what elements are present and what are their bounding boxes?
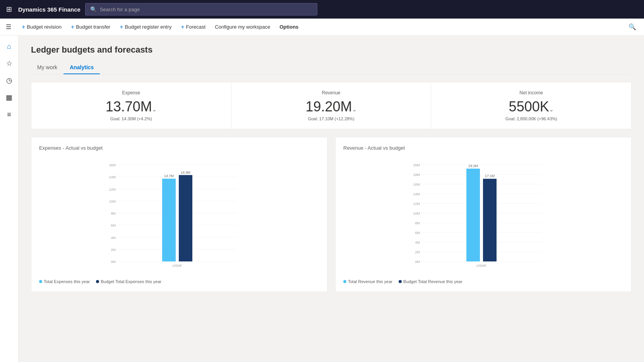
svg-rect-20 [179, 175, 192, 261]
nav-item-forecast[interactable]: +Forecast [176, 19, 210, 36]
nav-item-label: Forecast [186, 24, 206, 30]
tabs: My workAnalytics [31, 61, 632, 74]
tab-my-work[interactable]: My work [31, 61, 63, 74]
top-bar: ⊞ Dynamics 365 Finance 🔍 [0, 0, 644, 19]
kpi-row: Expense13.70M⌄Goal: 14.30M (+4.2%)Revenu… [31, 82, 632, 129]
sidebar-item-modules[interactable]: ≡ [2, 107, 17, 122]
svg-text:12M: 12M [413, 202, 420, 206]
plus-icon: + [71, 24, 74, 31]
svg-rect-45 [466, 169, 480, 261]
kpi-label: Expense [41, 90, 222, 96]
legend-dot [343, 280, 346, 283]
svg-text:4M: 4M [415, 241, 420, 244]
kpi-label: Revenue [241, 90, 422, 96]
chart-legend: Total Expenses this yearBudget Total Exp… [39, 279, 319, 284]
svg-text:16M: 16M [413, 183, 420, 186]
hamburger-icon: ☰ [6, 23, 11, 31]
legend-item: Total Expenses this year [39, 279, 90, 284]
svg-text:14.3M: 14.3M [181, 171, 190, 174]
sidebar-item-favorites[interactable]: ☆ [2, 56, 17, 71]
kpi-goal: Goal: 2,800.00K (+96.43%) [440, 116, 622, 121]
nav-item-label: Options [279, 24, 298, 30]
svg-text:20M: 20M [413, 163, 420, 167]
nav-item-label: Configure my workspace [215, 24, 270, 30]
chart-card-0: Expenses - Actual vs budget16M14M12M10M8… [31, 137, 327, 292]
svg-text:0M: 0M [111, 260, 116, 264]
svg-text:14M: 14M [109, 175, 116, 179]
kpi-card-2: Net income5500K⌄Goal: 2,800.00K (+96.43%… [431, 82, 631, 129]
svg-text:USMF: USMF [476, 264, 486, 268]
tab-analytics[interactable]: Analytics [63, 61, 100, 74]
plus-icon: + [22, 24, 25, 31]
svg-text:10M: 10M [413, 212, 420, 215]
nav-item-budget-register-entry[interactable]: +Budget register entry [115, 19, 176, 36]
sidebar-item-workspaces[interactable]: ▦ [2, 90, 17, 105]
global-search[interactable]: 🔍 [85, 3, 317, 15]
svg-text:16M: 16M [109, 163, 116, 167]
main-content: Ledger budgets and forecasts My workAnal… [19, 36, 644, 362]
nav-search-button[interactable]: 🔍 [624, 19, 641, 36]
kpi-card-0: Expense13.70M⌄Goal: 14.30M (+4.2%) [31, 82, 231, 129]
nav-item-budget-revision[interactable]: +Budget revision [17, 19, 66, 36]
waffle-menu[interactable]: ⊞ [5, 3, 14, 15]
sidebar-item-home[interactable]: ⌂ [2, 39, 17, 54]
sidebar-item-recent[interactable]: ◷ [2, 73, 17, 88]
svg-text:14M: 14M [413, 192, 420, 196]
legend-item: Total Revenue this year [343, 279, 392, 284]
nav-item-configure-my-workspace[interactable]: Configure my workspace [210, 19, 275, 36]
svg-text:2M: 2M [111, 248, 116, 252]
svg-text:17.1M: 17.1M [485, 174, 495, 178]
kpi-goal: Goal: 17.10M (+12.28%) [241, 116, 422, 121]
plus-icon: + [181, 24, 184, 31]
svg-text:18M: 18M [413, 173, 420, 177]
page-title: Ledger budgets and forecasts [31, 45, 632, 55]
secondary-nav: ☰ +Budget revision+Budget transfer+Budge… [0, 19, 644, 36]
svg-text:4M: 4M [111, 236, 116, 240]
search-icon: 🔍 [90, 6, 97, 12]
nav-item-label: Budget revision [27, 24, 62, 30]
legend-item: Budget Total Expenses this year [96, 279, 161, 284]
legend-label: Total Revenue this year [348, 279, 392, 284]
kpi-value: 13.70M⌄ [41, 99, 222, 115]
svg-text:10M: 10M [109, 200, 116, 203]
chart-title: Revenue - Actual vs budget [343, 145, 623, 151]
app-title: Dynamics 365 Finance [18, 6, 80, 13]
legend-label: Budget Total Expenses this year [101, 279, 161, 284]
kpi-goal: Goal: 14.30M (+4.2%) [41, 116, 222, 121]
kpi-value: 19.20M⌄ [241, 99, 422, 115]
chart-svg: 20M18M16M14M12M10M8M6M4M2M0M19.2M17.1MUS… [343, 157, 623, 273]
svg-text:2M: 2M [415, 250, 420, 254]
nav-item-options[interactable]: Options [275, 19, 303, 36]
svg-text:12M: 12M [109, 188, 116, 191]
main-layout: ⌂☆◷▦≡ Ledger budgets and forecasts My wo… [0, 36, 644, 362]
search-icon: 🔍 [629, 23, 636, 31]
nav-item-label: Budget transfer [76, 24, 110, 30]
chart-title: Expenses - Actual vs budget [39, 145, 319, 151]
legend-dot [39, 280, 42, 283]
plus-icon: + [120, 24, 123, 31]
charts-row: Expenses - Actual vs budget16M14M12M10M8… [31, 137, 632, 292]
chart-legend: Total Revenue this yearBudget Total Reve… [343, 279, 623, 284]
search-input[interactable] [100, 7, 312, 12]
legend-item: Budget Total Revenue this year [399, 279, 462, 284]
nav-item-label: Budget register entry [125, 24, 172, 30]
chart-card-1: Revenue - Actual vs budget20M18M16M14M12… [335, 137, 632, 292]
svg-text:0M: 0M [415, 260, 420, 264]
svg-text:13.7M: 13.7M [164, 174, 174, 178]
svg-rect-47 [483, 179, 497, 261]
svg-rect-18 [162, 179, 176, 261]
svg-text:8M: 8M [415, 221, 420, 225]
svg-text:6M: 6M [111, 224, 116, 227]
nav-hamburger[interactable]: ☰ [0, 19, 17, 36]
svg-text:6M: 6M [415, 231, 420, 235]
nav-item-budget-transfer[interactable]: +Budget transfer [66, 19, 115, 36]
legend-dot [399, 280, 402, 283]
kpi-card-1: Revenue19.20M⌄Goal: 17.10M (+12.28%) [231, 82, 432, 129]
kpi-value: 5500K⌄ [440, 99, 622, 115]
svg-text:USMF: USMF [172, 264, 182, 268]
sidebar: ⌂☆◷▦≡ [0, 36, 19, 362]
kpi-label: Net income [440, 90, 622, 96]
chart-svg: 16M14M12M10M8M6M4M2M0M13.7M14.3MUSMF [39, 157, 319, 273]
svg-text:19.2M: 19.2M [468, 164, 478, 168]
svg-text:8M: 8M [111, 212, 116, 215]
